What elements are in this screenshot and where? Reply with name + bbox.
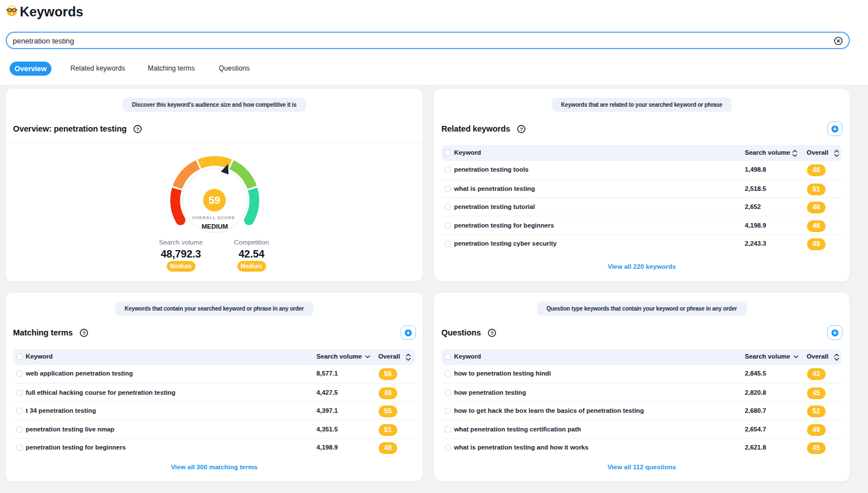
svg-text:59: 59 [209, 194, 220, 206]
svg-text:?: ? [136, 125, 140, 132]
svg-text:?: ? [491, 329, 494, 335]
svg-text:?: ? [82, 329, 85, 335]
svg-text:?: ? [519, 125, 523, 132]
